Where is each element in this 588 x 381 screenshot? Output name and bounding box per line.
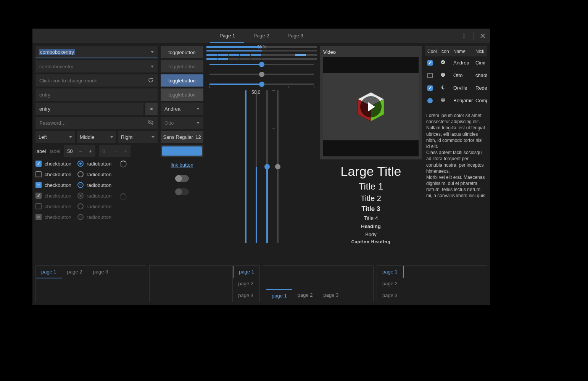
spinner-icon-disabled — [120, 193, 127, 200]
video-area[interactable] — [323, 57, 419, 156]
label-2-disabled: label — [50, 148, 60, 154]
mode-entry-input[interactable] — [39, 78, 148, 84]
table-row[interactable]: Andrea Cimi — [425, 56, 487, 69]
radio-icon[interactable] — [427, 98, 433, 103]
password-field[interactable] — [35, 117, 158, 129]
checkbutton-2[interactable]: checkbutton — [35, 171, 71, 177]
menu-icon[interactable] — [459, 31, 469, 41]
nb-tab-3[interactable]: page 3 — [88, 266, 114, 278]
checkbutton-group: checkbutton checkbutton checkbutton chec… — [35, 161, 71, 220]
eye-off-icon[interactable] — [148, 119, 154, 127]
combo-andrea[interactable]: Andrea — [161, 103, 203, 115]
radio-icon — [77, 182, 84, 188]
togglebutton-4: togglebutton — [161, 88, 203, 101]
hscale-1[interactable] — [209, 64, 314, 65]
hscale-3[interactable] — [209, 84, 314, 85]
nb-tab-2[interactable]: page 2 — [377, 278, 404, 289]
vscale-2[interactable] — [256, 90, 257, 243]
checkbox-icon[interactable] — [427, 60, 433, 66]
checkbutton-3[interactable]: checkbutton — [35, 182, 71, 188]
vscale-3[interactable] — [266, 90, 268, 243]
tab-page-3[interactable]: Page 3 — [279, 29, 313, 43]
link-button[interactable]: link button — [161, 159, 203, 171]
switch-1[interactable] — [175, 175, 189, 182]
mode-entry[interactable] — [35, 74, 158, 87]
entry-input[interactable] — [39, 106, 140, 112]
checkbox-icon — [35, 171, 42, 177]
radiobutton-1[interactable]: radiobutton — [77, 161, 111, 167]
text-view[interactable]: Lorem ipsum dolor sit amet, consectetur … — [425, 110, 487, 262]
tab-page-2[interactable]: Page 2 — [244, 29, 278, 43]
spinner-group — [120, 161, 127, 220]
nb-tab-2[interactable]: page 2 — [292, 289, 318, 302]
nb-tab-1[interactable]: page 1 — [266, 289, 292, 302]
title-2: Title 2 — [320, 194, 422, 203]
linked-combos: Left Middle Right — [35, 131, 158, 143]
refresh-icon[interactable] — [148, 77, 154, 84]
notebooks-row: page 1 page 2 page 3 page 1 page 2 page … — [32, 265, 490, 305]
nb-tab-1[interactable]: page 1 — [36, 266, 62, 278]
checkbox-icon[interactable] — [427, 73, 433, 78]
table-row[interactable]: Otto chaotic — [425, 69, 487, 82]
table-row[interactable]: Orville Redenbacher — [425, 82, 487, 94]
spinbutton-1[interactable]: 50 − + — [64, 145, 95, 157]
plus-button[interactable]: + — [85, 145, 95, 157]
radiobutton-3[interactable]: radiobutton — [77, 182, 111, 188]
header-tabs: Page 1 Page 2 Page 3 — [210, 29, 313, 43]
table-row[interactable]: Benjamin Company — [425, 94, 487, 107]
listview-table[interactable]: Cool Icon Name Nick Andrea Cimi — [425, 46, 487, 107]
togglebutton-1[interactable]: togglebutton — [161, 46, 203, 58]
column-toggles: togglebutton togglebutton togglebutton t… — [161, 46, 203, 262]
minus-button: − — [111, 145, 121, 157]
color-button[interactable] — [161, 145, 203, 157]
nb-tab-1[interactable]: page 1 — [377, 266, 404, 278]
column-video-typography: Video Large Title Title 1 — [320, 46, 422, 262]
chevron-down-icon — [151, 66, 154, 68]
font-button[interactable]: Sans Regular 12 — [161, 131, 203, 143]
title-1: Title 1 — [320, 181, 422, 192]
combo-right[interactable]: Right — [118, 131, 158, 143]
entry-field[interactable] — [35, 103, 143, 115]
nb-tab-3[interactable]: page 3 — [377, 289, 404, 301]
comboboxentry-1[interactable]: comboboxentry — [35, 46, 158, 58]
nb-tab-2[interactable]: page 2 — [62, 266, 88, 278]
th-icon[interactable]: Icon — [438, 47, 451, 56]
combo-left[interactable]: Left — [35, 131, 75, 143]
minus-button[interactable]: − — [76, 145, 85, 157]
nb-tab-1[interactable]: page 1 — [233, 266, 259, 278]
close-icon[interactable] — [477, 31, 488, 41]
password-input[interactable] — [39, 120, 148, 126]
notebook-left-tabs: page 1 page 2 page 3 — [149, 265, 260, 302]
checkbox-icon[interactable] — [427, 85, 433, 91]
radiobutton-2[interactable]: radiobutton — [77, 171, 111, 177]
nb-tab-2[interactable]: page 2 — [233, 278, 259, 289]
radiobutton-6: radiobutton — [77, 214, 111, 220]
checkbutton-1[interactable]: checkbutton — [35, 161, 71, 167]
label-1: label — [35, 148, 46, 154]
checkbox-icon — [35, 193, 42, 199]
clear-button[interactable]: × — [145, 103, 158, 115]
nb-tab-3[interactable]: page 3 — [233, 289, 259, 301]
heading: Heading — [320, 223, 422, 229]
letterbox-top — [323, 57, 419, 73]
nb-tab-3[interactable]: page 3 — [318, 289, 344, 302]
slider-thumb[interactable] — [259, 62, 264, 67]
chevron-down-icon — [197, 122, 200, 124]
play-icon[interactable] — [360, 96, 382, 117]
atom-icon — [438, 96, 451, 104]
notebook-bottom-tabs: page 1 page 2 page 3 — [263, 265, 374, 302]
th-nick[interactable]: Nick — [473, 47, 487, 56]
combo-middle[interactable]: Middle — [77, 131, 116, 143]
togglebutton-2: togglebutton — [161, 60, 203, 72]
svg-point-1 — [464, 35, 465, 37]
checkbutton-6: checkbutton — [35, 214, 71, 220]
th-name[interactable]: Name — [451, 47, 473, 56]
checkbox-icon — [35, 161, 42, 167]
slider-thumb[interactable] — [264, 164, 270, 169]
vscale-1[interactable] — [245, 90, 246, 243]
togglebutton-3[interactable]: togglebutton — [161, 74, 203, 87]
tab-page-1[interactable]: Page 1 — [210, 29, 244, 43]
spin-value: 0 — [99, 148, 111, 154]
th-cool[interactable]: Cool — [425, 47, 438, 56]
combo-otto: Otto — [161, 117, 203, 129]
